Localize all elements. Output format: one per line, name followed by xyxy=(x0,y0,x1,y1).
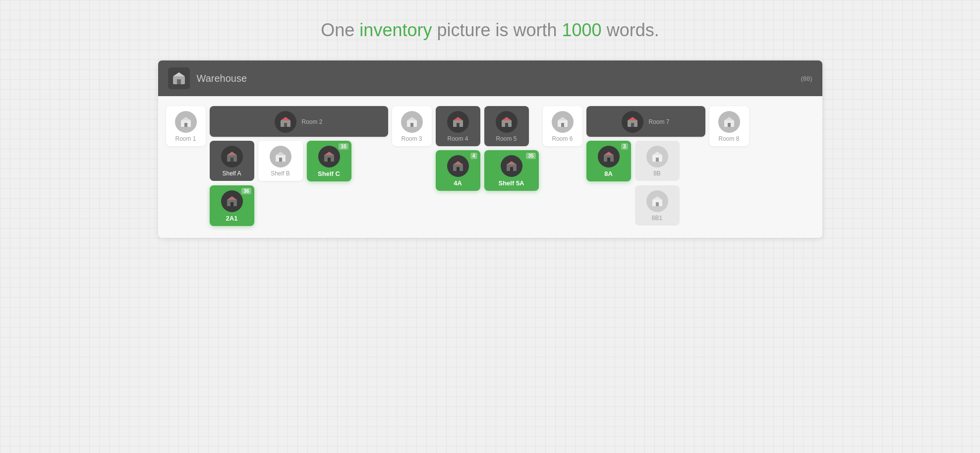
shelf-card-shelfC[interactable]: 10 Shelf C xyxy=(307,141,351,181)
shelf5a-label: Shelf 5A xyxy=(498,179,524,187)
svg-marker-10 xyxy=(227,152,237,155)
svg-marker-43 xyxy=(604,152,614,155)
headline-highlight1: inventory xyxy=(359,20,432,40)
svg-rect-14 xyxy=(279,158,282,162)
room6-avatar xyxy=(552,111,574,133)
headline-part2: picture is worth xyxy=(432,20,562,40)
svg-marker-25 xyxy=(453,117,463,120)
shelf2a1-avatar xyxy=(221,190,243,212)
svg-rect-44 xyxy=(607,158,610,162)
room3-avatar xyxy=(401,111,423,133)
room-card-room3[interactable]: Room 3 xyxy=(392,106,432,146)
room8-avatar xyxy=(718,111,740,133)
shelf4a-avatar xyxy=(447,155,469,177)
svg-rect-29 xyxy=(457,167,460,171)
room-card-room8[interactable]: Room 8 xyxy=(709,106,749,146)
svg-marker-7 xyxy=(281,117,290,120)
svg-marker-37 xyxy=(558,117,568,120)
shelf-card-8b1[interactable]: 8B1 xyxy=(635,185,680,226)
shelf8a-badge: 3 xyxy=(621,143,628,150)
svg-marker-28 xyxy=(453,161,463,165)
room3-label: Room 3 xyxy=(401,135,422,142)
svg-rect-53 xyxy=(728,123,731,127)
room5-avatar xyxy=(496,111,518,133)
room-card-room2[interactable]: Room 2 xyxy=(210,106,388,137)
room7-avatar xyxy=(622,111,643,133)
svg-marker-4 xyxy=(181,117,191,120)
shelf-card-2a1[interactable]: 36 2A1 xyxy=(210,185,254,226)
shelf8b-avatar xyxy=(646,146,668,168)
svg-rect-26 xyxy=(457,123,460,127)
shelf8a-avatar xyxy=(598,146,620,168)
svg-rect-8 xyxy=(284,123,287,127)
headline-part1: One xyxy=(321,20,359,40)
warehouse-body: Room 1 Room 2 xyxy=(158,96,822,238)
warehouse-header[interactable]: Warehouse (88) xyxy=(158,60,822,96)
svg-rect-2 xyxy=(177,79,181,84)
svg-rect-23 xyxy=(410,123,413,127)
shelf-card-shelfA[interactable]: Shelf A xyxy=(210,141,254,181)
shelf4a-badge: 4 xyxy=(470,153,477,159)
svg-rect-50 xyxy=(656,202,659,206)
svg-marker-31 xyxy=(502,117,512,120)
svg-marker-1 xyxy=(173,72,185,76)
svg-rect-38 xyxy=(561,123,564,127)
svg-rect-20 xyxy=(231,202,233,206)
warehouse-title: Warehouse xyxy=(197,73,247,84)
room8-label: Room 8 xyxy=(718,135,739,142)
shelf8b1-avatar xyxy=(646,190,668,212)
svg-marker-52 xyxy=(724,117,734,120)
svg-marker-16 xyxy=(324,152,334,155)
svg-rect-35 xyxy=(510,167,513,171)
shelf-card-shelfB[interactable]: Shelf B xyxy=(258,141,303,181)
headline: One inventory picture is worth 1000 word… xyxy=(321,20,659,41)
shelf-card-8a[interactable]: 3 8A xyxy=(586,141,631,181)
svg-marker-34 xyxy=(507,161,517,165)
svg-rect-32 xyxy=(505,123,508,127)
shelfC-label: Shelf C xyxy=(318,170,340,177)
shelf2a1-label: 2A1 xyxy=(226,215,238,222)
headline-highlight2: 1000 xyxy=(562,20,602,40)
room-card-room1[interactable]: Room 1 xyxy=(166,106,206,146)
svg-marker-13 xyxy=(276,152,286,155)
warehouse-icon xyxy=(168,67,190,89)
room4-label: Room 4 xyxy=(447,135,468,142)
shelfC-badge: 10 xyxy=(339,143,348,150)
shelf2a1-badge: 36 xyxy=(241,188,251,194)
shelf8a-label: 8A xyxy=(604,170,613,177)
shelfA-avatar xyxy=(221,146,243,168)
room4-avatar xyxy=(447,111,469,133)
room1-label: Room 1 xyxy=(175,135,196,142)
shelf-card-4a[interactable]: 4 4A xyxy=(436,150,480,191)
room-card-room4[interactable]: Room 4 xyxy=(436,106,480,146)
shelf-card-5a[interactable]: 35 Shelf 5A xyxy=(484,150,539,191)
warehouse-header-left: Warehouse xyxy=(168,67,247,89)
shelfA-label: Shelf A xyxy=(222,170,241,177)
svg-rect-47 xyxy=(656,158,659,162)
shelf-card-8b[interactable]: 8B xyxy=(635,141,680,181)
svg-marker-49 xyxy=(652,196,662,200)
svg-marker-22 xyxy=(407,117,417,120)
room2-avatar xyxy=(275,111,296,133)
room-card-room7[interactable]: Room 7 xyxy=(586,106,705,137)
room2-label: Room 2 xyxy=(301,118,322,125)
svg-marker-19 xyxy=(227,196,237,200)
svg-rect-41 xyxy=(631,123,634,127)
room7-label: Room 7 xyxy=(648,118,669,125)
shelf5a-avatar xyxy=(501,155,522,177)
svg-rect-11 xyxy=(231,158,233,162)
svg-marker-40 xyxy=(628,117,637,120)
shelf8b1-label: 8B1 xyxy=(652,215,662,222)
room1-avatar xyxy=(175,111,197,133)
shelf4a-label: 4A xyxy=(454,179,462,187)
warehouse-container: Warehouse (88) Room 1 xyxy=(158,60,822,238)
shelfB-label: Shelf B xyxy=(271,170,290,177)
warehouse-count: (88) xyxy=(801,75,812,82)
shelfC-avatar xyxy=(318,146,340,168)
room-card-room5[interactable]: Room 5 xyxy=(484,106,529,146)
shelf5a-badge: 35 xyxy=(526,153,535,159)
room-card-room6[interactable]: Room 6 xyxy=(543,106,582,146)
headline-part3: words. xyxy=(602,20,659,40)
svg-rect-5 xyxy=(184,123,187,127)
shelfB-avatar xyxy=(270,146,291,168)
